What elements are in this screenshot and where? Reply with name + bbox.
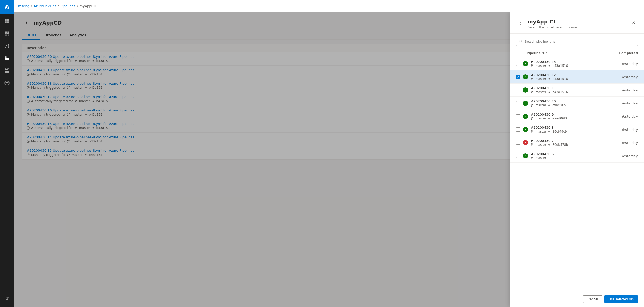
run-branch: master	[535, 103, 546, 107]
run-sub: master b43a1516	[531, 90, 609, 94]
panel-back-button[interactable]	[516, 19, 524, 27]
run-completed: Yesterday	[612, 62, 638, 66]
run-branch: master	[535, 117, 546, 120]
breadcrumb-mseng[interactable]: mseng	[18, 4, 29, 8]
run-status-icon: ✓	[523, 87, 528, 93]
panel-run-row[interactable]: ✓ #20200430.9 master eaa406f3 Yesterday	[510, 110, 644, 123]
run-checkbox[interactable]	[516, 88, 520, 92]
run-checkbox[interactable]	[516, 75, 520, 79]
svg-point-59	[531, 79, 532, 80]
run-completed: Yesterday	[612, 128, 638, 132]
content-area: myAppCD Runs Branches Analytics Descript…	[14, 12, 644, 307]
breadcrumb: mseng / AzureDevOps / Pipelines / myAppC…	[18, 4, 96, 8]
run-sub: master eaa406f3	[531, 117, 609, 120]
svg-point-6	[8, 47, 9, 48]
sidebar-item-settings[interactable]	[0, 293, 14, 305]
pipeline-run-panel: myApp CI Select the pipeline run to use …	[510, 12, 644, 307]
sidebar	[0, 0, 14, 307]
svg-rect-2	[5, 21, 7, 23]
svg-point-53	[531, 65, 532, 66]
run-sub: master b43a1516	[531, 77, 609, 81]
cancel-button[interactable]: Cancel	[583, 295, 602, 303]
topbar: mseng / AzureDevOps / Pipelines / myAppC…	[14, 0, 644, 12]
run-info: #20200430.6 master	[531, 152, 609, 160]
run-info: #20200430.8 master 16ef49c9	[531, 126, 609, 133]
run-status-icon: ✓	[523, 74, 528, 79]
run-name: #20200430.8	[531, 126, 609, 130]
sidebar-item-pipelines[interactable]	[0, 52, 14, 64]
svg-point-8	[7, 58, 9, 59]
panel-run-row[interactable]: ✓ #20200430.11 master b43a1516 Yesterday	[510, 84, 644, 97]
run-checkbox[interactable]	[516, 154, 520, 158]
svg-point-80	[549, 144, 550, 145]
run-checkbox[interactable]	[516, 127, 520, 132]
run-commit: 16ef49c9	[552, 130, 567, 133]
panel-run-row[interactable]: ✓ #20200430.12 master b43a1516 Yesterday	[510, 70, 644, 84]
svg-point-9	[5, 59, 7, 60]
svg-point-71	[531, 119, 532, 120]
run-name: #20200430.12	[531, 73, 609, 77]
run-info: #20200430.7 master 80db478b	[531, 139, 609, 147]
run-status-icon: ✓	[523, 61, 528, 66]
run-branch: master	[535, 130, 546, 133]
panel-subtitle: Select the pipeline run to use	[528, 25, 577, 29]
run-info: #20200430.12 master b43a1516	[531, 73, 609, 81]
panel-run-row[interactable]: ✓ #20200430.10 master c9bc0af7 Yesterday	[510, 97, 644, 110]
panel-header-left: myApp CI Select the pipeline run to use	[516, 19, 577, 29]
use-selected-run-button[interactable]: Use selected run	[604, 295, 638, 303]
panel-footer: Cancel Use selected run	[510, 291, 644, 307]
search-input[interactable]	[525, 39, 635, 43]
run-checkbox[interactable]	[516, 114, 520, 118]
svg-point-63	[531, 93, 532, 93]
svg-point-65	[531, 104, 532, 105]
sidebar-item-repos[interactable]	[0, 40, 14, 52]
run-commit: eaa406f3	[552, 117, 567, 120]
run-completed: Yesterday	[612, 141, 638, 145]
sidebar-item-boards[interactable]	[0, 27, 14, 40]
svg-point-60	[549, 78, 550, 79]
main-area: mseng / AzureDevOps / Pipelines / myAppC…	[14, 0, 644, 307]
sidebar-item-artifacts[interactable]	[0, 77, 14, 89]
run-sub: master 80db478b	[531, 143, 609, 147]
svg-point-57	[531, 78, 532, 79]
run-checkbox[interactable]	[516, 101, 520, 105]
run-completed: Yesterday	[612, 75, 638, 79]
search-box[interactable]	[516, 37, 638, 46]
run-name: #20200430.11	[531, 86, 609, 90]
svg-point-75	[531, 132, 532, 133]
panel-run-row[interactable]: ✓ #20200430.8 master 16ef49c9 Yesterday	[510, 123, 644, 136]
sidebar-item-testplans[interactable]	[0, 64, 14, 77]
run-checkbox[interactable]	[516, 62, 520, 66]
run-info: #20200430.10 master c9bc0af7	[531, 99, 609, 107]
svg-rect-1	[7, 19, 9, 21]
svg-point-7	[5, 56, 7, 58]
run-completed: Yesterday	[612, 88, 638, 92]
search-icon	[519, 39, 523, 43]
breadcrumb-current: myAppCD	[80, 4, 96, 8]
panel-title: myApp CI	[528, 19, 577, 25]
run-status-icon: ✓	[523, 101, 528, 106]
svg-point-56	[549, 65, 550, 66]
breadcrumb-azuredevops[interactable]: AzureDevOps	[34, 4, 56, 8]
panel-runs-list: ✓ #20200430.13 master b43a1516 Yesterday…	[510, 57, 644, 291]
run-status-icon: ✓	[523, 127, 528, 132]
sidebar-item-overview[interactable]	[0, 15, 14, 27]
run-name: #20200430.10	[531, 99, 609, 103]
svg-point-64	[549, 92, 550, 93]
run-sub: master b43a1516	[531, 64, 609, 68]
run-checkbox[interactable]	[516, 141, 520, 145]
svg-point-73	[531, 131, 532, 131]
svg-rect-3	[7, 21, 9, 23]
svg-point-77	[531, 144, 532, 144]
panel-run-row[interactable]: ✓ #20200430.6 master Yesterday	[510, 149, 644, 163]
panel-list-header: Pipeline run Completed	[510, 49, 644, 57]
panel-close-button[interactable]: ✕	[630, 19, 638, 27]
run-name: #20200430.7	[531, 139, 609, 143]
svg-point-83	[531, 158, 532, 159]
breadcrumb-pipelines[interactable]: Pipelines	[61, 4, 76, 8]
panel-run-row[interactable]: ✓ #20200430.13 master b43a1516 Yesterday	[510, 57, 644, 70]
run-commit: b43a1516	[552, 64, 568, 68]
svg-point-68	[549, 105, 550, 106]
panel-run-row[interactable]: ✕ #20200430.7 master 80db478b Yesterday	[510, 136, 644, 149]
run-commit: 80db478b	[552, 143, 568, 147]
